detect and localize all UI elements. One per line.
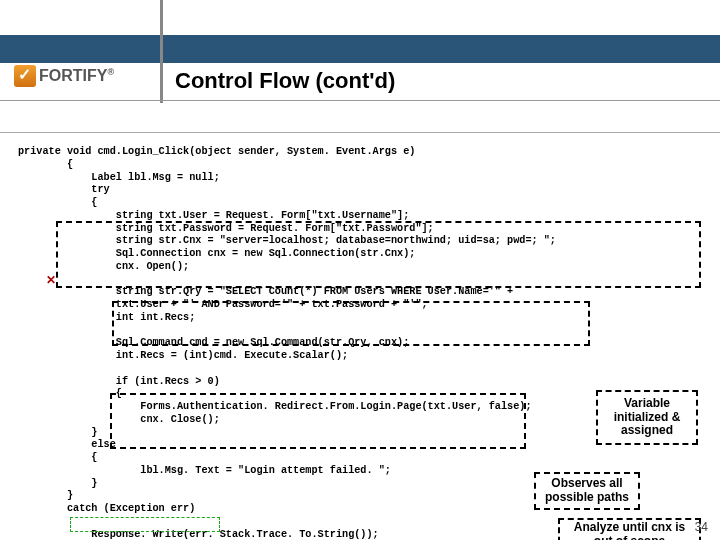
slide-title: Control Flow (cont'd) <box>175 68 395 94</box>
annotation-variable: Variable initialized & assigned <box>596 390 698 445</box>
annotation-analyze: Analyze until cnx is out of scope <box>558 518 701 540</box>
marker-x-1: ✕ <box>46 273 56 287</box>
logo-shield-icon <box>14 65 36 87</box>
fortify-logo: FORTIFY® <box>14 62 144 90</box>
annotation-observes: Observes all possible paths <box>534 472 640 510</box>
page-number: 34 <box>695 520 708 534</box>
